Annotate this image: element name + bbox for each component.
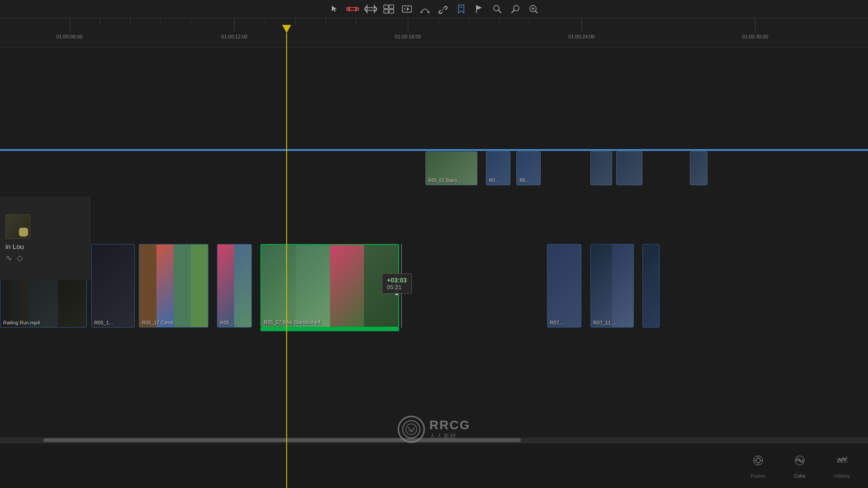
search-icon-right[interactable] xyxy=(508,2,523,16)
track-label: in Lou ∿ ◇ xyxy=(0,197,90,280)
clip-r05-17-climb[interactable]: R05_17 Climb ... xyxy=(139,244,208,328)
search-icon-left[interactable] xyxy=(490,2,505,16)
svg-marker-1 xyxy=(348,6,350,12)
clip-r0-upper-1-label: R0... xyxy=(489,178,499,183)
svg-rect-8 xyxy=(384,9,388,13)
svg-point-28 xyxy=(756,458,760,463)
svg-line-15 xyxy=(442,9,444,10)
tracks-area: in Lou ∿ ◇ R05_62 Stairs... R0... R0... xyxy=(0,47,868,443)
svg-point-14 xyxy=(428,11,429,13)
clip-far-right[interactable] xyxy=(642,244,660,328)
clip-r0-upper-2[interactable]: R0... xyxy=(516,151,541,185)
svg-rect-7 xyxy=(389,5,394,9)
svg-point-13 xyxy=(420,11,422,13)
timecode-4: 01:00:24:00 xyxy=(568,34,594,39)
clip-r0-upper-2-label: R0... xyxy=(519,178,529,183)
color-btn[interactable]: Color xyxy=(793,453,807,479)
watermark-brand: RRCG xyxy=(429,418,470,432)
fusion-icon xyxy=(751,453,765,470)
watermark-subtext: 人人素材 xyxy=(429,432,470,441)
timecode-1: 01:00:06:00 xyxy=(57,34,83,39)
clip-railing-run-label: Railing Run.mp4 xyxy=(3,320,40,325)
svg-line-23 xyxy=(535,11,538,13)
transition-marker-1 xyxy=(401,244,402,328)
fusion-label: Fusion xyxy=(750,473,765,479)
cursor-tool[interactable] xyxy=(327,2,342,16)
svg-rect-6 xyxy=(384,5,388,9)
in-out-tool[interactable] xyxy=(345,2,360,16)
track-thumbnail xyxy=(5,214,30,239)
svg-rect-3 xyxy=(365,8,377,10)
clip-r05-57-bike[interactable]: ▶ R05_57 Bike Stands.mp4 xyxy=(260,244,399,328)
clip-r0-upper-1[interactable]: R0... xyxy=(486,151,510,185)
clip-r05-small[interactable]: R05_... xyxy=(217,244,252,328)
watermark: RRCG 人人素材 xyxy=(398,416,470,443)
curve-icon[interactable]: ∿ xyxy=(5,253,12,263)
timecode-3: 01:00:18:00 xyxy=(395,34,421,39)
svg-point-36 xyxy=(802,460,803,461)
track-separator xyxy=(0,149,868,151)
svg-rect-9 xyxy=(389,9,394,13)
connect-tool[interactable] xyxy=(418,2,432,16)
trim-in-out-tool[interactable] xyxy=(363,2,378,16)
insert-overwrite-tool[interactable] xyxy=(400,2,414,16)
clip-r05-57-label: R05_57 Bike Stands.mp4 xyxy=(264,319,321,325)
svg-marker-11 xyxy=(407,7,409,11)
clip-upper-far-2[interactable] xyxy=(616,151,642,185)
clip-r07-11[interactable]: R07_11 ... xyxy=(590,244,634,328)
clip-r05-1-label: R05_1... xyxy=(94,320,113,325)
unlink-tool[interactable] xyxy=(436,2,450,16)
svg-marker-2 xyxy=(355,6,358,12)
svg-point-26 xyxy=(406,424,417,435)
timecode-2: 01:00:12:00 xyxy=(221,34,247,39)
fusion-btn[interactable]: Fusion xyxy=(750,453,765,479)
multicam-tool[interactable] xyxy=(382,2,396,16)
clip-r05-62-stairs[interactable]: R05_62 Stairs... xyxy=(425,151,477,185)
flag-tool[interactable] xyxy=(472,2,486,16)
clip-r05-small-label: R05_... xyxy=(220,320,236,325)
clip-r05-17-label: R05_17 Climb ... xyxy=(142,320,179,325)
trim-handle-right[interactable] xyxy=(395,277,399,295)
keyframe-icon[interactable]: ◇ xyxy=(17,253,23,263)
clip-r07-1[interactable]: R07... xyxy=(547,244,582,328)
color-label: Color xyxy=(794,473,806,479)
svg-marker-17 xyxy=(476,5,482,10)
track-name: in Lou xyxy=(5,243,90,250)
track-controls: ∿ ◇ xyxy=(5,253,90,263)
svg-line-19 xyxy=(498,10,501,13)
svg-line-21 xyxy=(512,10,514,13)
svg-point-34 xyxy=(796,460,798,461)
toolbar xyxy=(0,0,868,18)
fairlight-btn[interactable]: Udemy xyxy=(834,453,850,479)
zoom-tool[interactable] xyxy=(526,2,541,16)
bookmark-tool[interactable] xyxy=(454,2,468,16)
fairlight-label: Udemy xyxy=(834,473,850,479)
trim-arrow: ▶ xyxy=(389,282,394,290)
svg-point-35 xyxy=(799,460,801,461)
color-icon xyxy=(793,453,807,470)
bottom-bar: Fusion Color Udemy xyxy=(0,443,868,488)
svg-marker-5 xyxy=(374,5,377,13)
watermark-logo xyxy=(398,416,425,443)
duration-bar xyxy=(260,328,399,331)
clip-upper-far-3[interactable] xyxy=(690,151,707,185)
svg-marker-4 xyxy=(365,5,367,13)
timecode-5: 01:00:30:00 xyxy=(742,34,768,39)
clip-upper-far-1[interactable] xyxy=(590,151,612,185)
clip-r05-62-label: R05_62 Stairs... xyxy=(429,178,461,183)
clip-r07-11-label: R07_11 ... xyxy=(594,320,617,325)
fairlight-icon xyxy=(835,453,849,470)
clip-r07-1-label: R07... xyxy=(550,320,563,325)
clip-r05-1[interactable]: R05_1... xyxy=(91,244,135,328)
timeline-ruler[interactable]: 01:00:06:00 01:00:12:00 01:00:18:00 01:0… xyxy=(0,18,868,47)
